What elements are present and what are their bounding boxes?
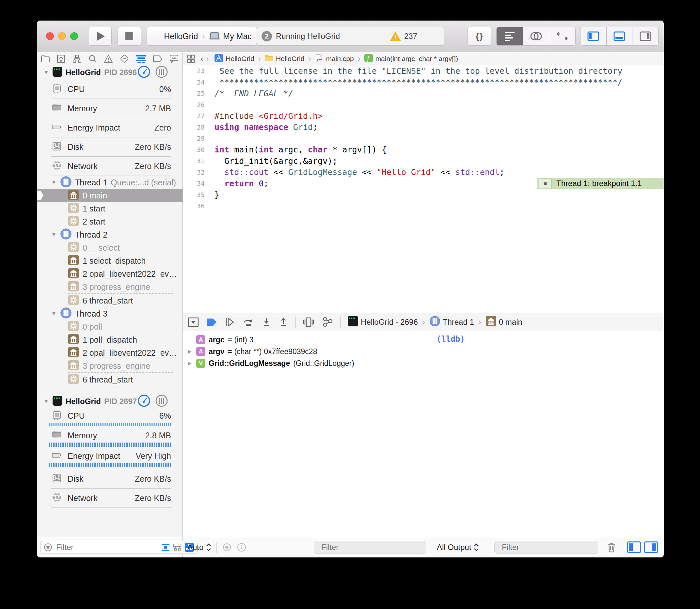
source-editor[interactable]: 23 See the full license in the file "LIC…: [183, 65, 664, 313]
window-close-button[interactable]: [46, 32, 54, 40]
breakpoint-annotation[interactable]: ≡ Thread 1: breakpoint 1.1: [537, 178, 664, 189]
clear-console-button[interactable]: [607, 542, 616, 553]
process-header[interactable]: ▼HelloGridPID 2696: [37, 65, 183, 80]
warning-count[interactable]: 237: [404, 32, 417, 41]
memory-graph-button[interactable]: [321, 317, 333, 327]
stack-frame-row[interactable]: 2 start: [37, 215, 183, 228]
console-filter-field[interactable]: [494, 541, 598, 554]
find-navigator-icon[interactable]: [88, 54, 97, 63]
gauge-row-memory[interactable]: Memory2.8 MB: [37, 428, 183, 442]
stack-frame-row[interactable]: 6 thread_start: [37, 373, 183, 386]
debug-breadcrumb[interactable]: HelloGrid - 2696›Thread 1›0 main: [348, 316, 523, 328]
jump-bar[interactable]: ‹ › HelloGrid›HelloGrid›c++main.cpp›fmai…: [183, 52, 664, 65]
jump-bar-item[interactable]: c++main.cpp: [315, 54, 354, 64]
stack-frame-row[interactable]: 3 progress_engine: [37, 359, 183, 372]
related-items-icon[interactable]: [187, 54, 195, 63]
disclosure-triangle[interactable]: ▼: [44, 398, 49, 405]
console-filter-input[interactable]: [501, 542, 604, 552]
line-number[interactable]: 29: [183, 135, 207, 142]
forward-button[interactable]: ›: [206, 54, 209, 64]
variable-row[interactable]: Aargc= (int) 3: [183, 334, 431, 346]
line-number[interactable]: 31: [183, 157, 207, 165]
code-line[interactable]: 27#include <Grid/Grid.h>: [183, 110, 664, 122]
gauge-button[interactable]: [137, 394, 151, 408]
variables-view[interactable]: Aargc= (int) 3▶Aargv= (char **) 0x7ffee9…: [183, 331, 431, 537]
variable-row[interactable]: ▶VGrid::GridLogMessage(Grid::GridLogger): [183, 358, 431, 369]
variables-filter-field[interactable]: [314, 541, 426, 554]
console-output-selector[interactable]: All Output: [437, 543, 479, 552]
issue-navigator-icon[interactable]: [104, 54, 113, 63]
thread-row[interactable]: ▼Thread 3: [37, 307, 183, 320]
code-line[interactable]: 35}: [183, 189, 664, 201]
variable-row[interactable]: ▶Aargv= (char **) 0x7ffee9039c28: [183, 346, 431, 358]
code-line[interactable]: 29: [183, 133, 664, 144]
code-line[interactable]: 30int main(int argc, char * argv[]) {: [183, 144, 664, 156]
test-navigator-icon[interactable]: [120, 54, 129, 63]
gauge-row-cpu[interactable]: CPU6%: [37, 408, 183, 423]
window-minimize-button[interactable]: [58, 32, 66, 40]
line-number[interactable]: 28: [183, 123, 207, 131]
version-editor-button[interactable]: [549, 27, 575, 45]
step-into-button[interactable]: [261, 317, 271, 327]
process-header[interactable]: ▼HelloGridPID 2697: [37, 394, 183, 408]
line-number[interactable]: 32: [183, 169, 207, 176]
console-view[interactable]: (lldb): [431, 331, 664, 537]
disclosure-triangle[interactable]: ▼: [51, 232, 57, 238]
navigator-filter-input[interactable]: [55, 542, 158, 552]
gauge-row-disk[interactable]: DiskZero KB/s: [37, 137, 183, 156]
quicklook-icon[interactable]: [222, 543, 232, 552]
step-out-button[interactable]: [278, 317, 288, 327]
stack-frame-row[interactable]: 0 main: [37, 189, 183, 202]
breakpoint-navigator-icon[interactable]: [153, 55, 163, 63]
code-line[interactable]: 24 *************************************…: [183, 77, 664, 88]
code-snippet-button[interactable]: {}: [467, 27, 491, 46]
gauge-button[interactable]: [137, 65, 151, 80]
activity-viewer[interactable]: 2 Running HelloGrid ! 237: [257, 27, 444, 46]
step-over-button[interactable]: [243, 317, 254, 327]
stack-frame-row[interactable]: 2 opal_libevent2022_ev…: [37, 267, 183, 280]
line-number[interactable]: 27: [183, 112, 207, 120]
navigator-toggle-button[interactable]: [581, 27, 607, 45]
inspector-toggle-button[interactable]: [632, 27, 658, 45]
variable-scope-selector[interactable]: Auto: [187, 543, 211, 552]
code-line[interactable]: 32 std::cout << GridLogMessage << "Hello…: [183, 167, 664, 178]
stack-frame-row[interactable]: 1 select_dispatch: [37, 254, 183, 267]
jump-bar-item[interactable]: fmain(int argc, char * argv[]): [364, 54, 458, 64]
lldb-prompt[interactable]: (lldb): [431, 331, 664, 344]
assistant-editor-button[interactable]: [523, 27, 549, 45]
info-icon[interactable]: [237, 543, 246, 552]
line-number[interactable]: 23: [183, 67, 207, 75]
code-line[interactable]: 25/* END LEGAL */: [183, 88, 664, 99]
jump-bar-item[interactable]: HelloGrid: [215, 54, 254, 64]
debug-area-toggle-button[interactable]: [607, 27, 633, 45]
breadcrumb-item[interactable]: 0 main: [486, 316, 523, 328]
line-number[interactable]: 35: [183, 191, 207, 199]
stack-frame-row[interactable]: 0 poll: [37, 320, 183, 333]
continue-button[interactable]: [224, 317, 235, 327]
gauge-row-network[interactable]: NetworkZero KB/s: [37, 489, 183, 507]
thread-row[interactable]: ▼Thread 1Queue:...d (serial): [37, 176, 183, 189]
breakpoints-toggle-button[interactable]: [206, 318, 217, 326]
line-number[interactable]: 25: [183, 89, 207, 97]
back-button[interactable]: ‹: [201, 54, 203, 64]
source-control-navigator-icon[interactable]: [57, 54, 65, 63]
disclosure-triangle[interactable]: ▶: [186, 349, 193, 354]
line-number[interactable]: 34: [183, 179, 207, 187]
gauge-row-energy-impact[interactable]: Energy ImpactVery High: [37, 449, 183, 463]
navigator-filter-field[interactable]: [40, 541, 198, 554]
stop-button[interactable]: [118, 27, 141, 46]
line-number[interactable]: 36: [183, 202, 207, 210]
debug-navigator-icon-selected[interactable]: [136, 55, 146, 63]
stack-frame-row[interactable]: 0 __select: [37, 241, 183, 254]
thread-row[interactable]: ▼Thread 2: [37, 228, 183, 241]
stack-frame-row[interactable]: 3 progress_engine: [37, 280, 183, 293]
stack-frame-row[interactable]: 1 start: [37, 202, 183, 215]
window-zoom-button[interactable]: [70, 32, 78, 40]
standard-editor-button[interactable]: [497, 27, 523, 45]
disclosure-triangle[interactable]: ▼: [51, 179, 57, 185]
line-number[interactable]: 24: [183, 78, 207, 86]
debug-view-hierarchy-button[interactable]: [303, 317, 314, 327]
disclosure-triangle[interactable]: ▼: [44, 69, 49, 76]
run-button[interactable]: [88, 27, 112, 46]
thread-view-button[interactable]: [155, 65, 168, 80]
